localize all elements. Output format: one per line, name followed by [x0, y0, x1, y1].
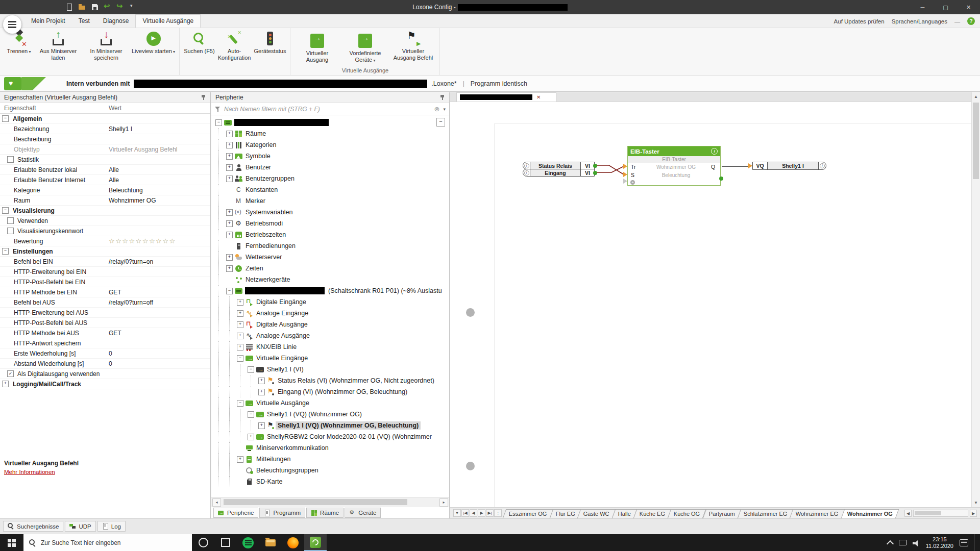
page-tab-küche-og[interactable]: Küche OG — [668, 509, 706, 518]
property-row-raum[interactable]: RaumWohnzimmer OG — [0, 195, 210, 206]
output-connector[interactable] — [593, 171, 597, 175]
tree-item-beleuchtungsgruppen[interactable]: Beleuchtungsgruppen — [211, 465, 449, 476]
firefox-button[interactable] — [282, 534, 304, 551]
property-row-http-methode-bei-aus[interactable]: HTTP Methode bei AUSGET — [0, 328, 210, 338]
expander-icon[interactable]: − — [226, 288, 233, 294]
property-row-erlaubte-benutzer-internet[interactable]: Erlaubte Benutzer InternetAlle — [0, 175, 210, 185]
page-tab-wohnzimmer-og[interactable]: Wohnzimmer OG — [841, 509, 899, 518]
property-value[interactable]: GET — [105, 289, 210, 296]
page-tab-wohnzimmer-eg[interactable]: Wohnzimmer EG — [790, 509, 845, 518]
loxone-config-button[interactable] — [304, 534, 327, 551]
eib-taster-function-block[interactable]: EIB-Taster i EIB-Taster Tr Wohnzimmer OG… — [627, 146, 721, 186]
property-row-http-antwort-speichern[interactable]: HTTP-Antwort speichern — [0, 338, 210, 348]
taskbar-clock[interactable]: 23:15 11.02.2020 — [926, 536, 953, 549]
wire-status-to-s[interactable] — [596, 165, 624, 174]
property-row-logging-mail-call-track[interactable]: +Logging/Mail/Call/Track — [0, 379, 210, 389]
info-icon[interactable] — [819, 162, 826, 169]
scrollbar-thumb[interactable] — [973, 103, 979, 179]
ribbon-button-suchen-f5[interactable]: Suchen (F5) — [182, 29, 216, 75]
filter-input[interactable]: Nach Namen filtern mit (STRG + F) — [224, 106, 431, 113]
property-row-bewertung[interactable]: Bewertung☆☆☆☆☆☆☆☆☆☆ — [0, 236, 210, 246]
property-value[interactable]: GET — [105, 330, 210, 337]
tab-diagnose[interactable]: Diagnose — [96, 15, 136, 28]
expander-icon[interactable]: + — [258, 378, 265, 384]
ribbon-button-vordefinierte-geräte[interactable]: Vordefinierte Geräte ▾ — [341, 29, 389, 66]
main-menu-button[interactable] — [3, 15, 21, 34]
filter-options-icon[interactable]: ▾ — [443, 107, 446, 112]
maximize-button[interactable]: ▢ — [934, 0, 957, 14]
expander-icon[interactable]: + — [2, 381, 9, 387]
page-tab-küche-eg[interactable]: Küche EG — [633, 509, 672, 518]
tree-item-status-relais-vi-wohnzimmer-og-nicht-zugeordnet[interactable]: +Status Relais (VI) (Wohnzimmer OG, Nich… — [211, 375, 449, 386]
output-tab-suchergebnisse[interactable]: Suchergebnisse — [3, 521, 63, 532]
expander-icon[interactable]: − — [248, 366, 254, 373]
spotify-button[interactable] — [237, 534, 259, 551]
property-value[interactable]: ☆☆☆☆☆☆☆☆☆☆ — [105, 237, 210, 245]
tree-item-merker[interactable]: Merker — [211, 195, 449, 207]
ribbon-button-virtueller-ausgang-befehl[interactable]: Virtueller Ausgang Befehl — [389, 29, 437, 66]
tree-item-digitale-ausgänge[interactable]: +Digitale Ausgänge — [211, 319, 449, 330]
expander-icon[interactable]: + — [226, 131, 233, 137]
expander-icon[interactable]: − — [2, 248, 9, 255]
expander-icon[interactable]: − — [2, 115, 9, 122]
tree-item-systemvariablen[interactable]: +Systemvariablen — [211, 207, 449, 218]
page-tab-partyraum[interactable]: Partyraum — [703, 509, 741, 518]
expander-icon[interactable]: + — [226, 153, 233, 160]
program-canvas[interactable]: Status Relais VI Eingang VI EIB-Taster i… — [450, 102, 972, 507]
tree-item-shelly1-i-vq-wohnzimmer-og[interactable]: −Shelly1 I (VQ) (Wohnzimmer OG) — [211, 409, 449, 420]
prev-page-icon[interactable]: ◀ — [470, 509, 477, 517]
expander-icon[interactable]: − — [237, 400, 243, 407]
virtual-output-block-shelly[interactable]: VQ Shelly1 I — [752, 162, 826, 170]
page-tab-flur-eg[interactable]: Flur EG — [549, 509, 581, 518]
property-row-erlaubte-benutzer-lokal[interactable]: Erlaubte Benutzer lokalAlle — [0, 165, 210, 175]
expander-icon[interactable]: + — [226, 176, 233, 182]
expander-icon[interactable]: + — [226, 164, 233, 171]
pin-icon[interactable] — [201, 94, 206, 101]
tree-item-eingang-vi-wohnzimmer-og-beleuchtung[interactable]: +Eingang (VI) (Wohnzimmer OG, Beleuchtun… — [211, 386, 449, 397]
page-tab-gäste-wc[interactable]: Gäste WC — [577, 509, 616, 518]
check-updates-link[interactable]: Auf Updates prüfen — [834, 18, 885, 24]
property-row-abstand-wiederholung-s[interactable]: Abstand Wiederholung [s]0 — [0, 359, 210, 369]
tree-item-mitteilungen[interactable]: +Mitteilungen — [211, 454, 449, 465]
tab-mein-projekt[interactable]: Mein Projekt — [24, 15, 72, 28]
property-row-statistik[interactable]: Statistik — [0, 155, 210, 165]
tabs-scroll-right-icon[interactable]: ▶ — [970, 510, 977, 517]
tree-item-fernbedienungen[interactable]: Fernbedienungen — [211, 240, 449, 252]
property-row-http-methode-bei-ein[interactable]: HTTP Methode bei EINGET — [0, 287, 210, 297]
property-row-befehl-bei-ein[interactable]: Befehl bei EIN/relay/0?turn=on — [0, 257, 210, 267]
checkbox[interactable]: ✓ — [7, 370, 14, 377]
ribbon-button-in-miniserver-speichern[interactable]: In Miniserver speichern — [82, 29, 130, 75]
expander-icon[interactable]: + — [258, 422, 265, 429]
checkbox[interactable] — [7, 228, 14, 234]
property-value[interactable]: 0 — [105, 350, 210, 357]
tree-item-benutzergruppen[interactable]: +Benutzergruppen — [211, 173, 449, 184]
collapse-all-button[interactable]: − — [436, 118, 445, 127]
scroll-up-icon[interactable]: ▲ — [972, 93, 979, 101]
property-row-http-erweiterung-bei-aus[interactable]: HTTP-Erweiterung bei AUS — [0, 308, 210, 318]
tree-item-shelly1-i-vi[interactable]: −Shelly1 I (VI) — [211, 364, 449, 375]
property-row-kategorie[interactable]: KategorieBeleuchtung — [0, 185, 210, 195]
property-value[interactable]: Alle — [105, 166, 210, 173]
tabs-scroll-left-icon[interactable]: ◀ — [904, 510, 912, 517]
property-row-visualisierung[interactable]: −Visualisierung — [0, 206, 210, 216]
minimize-button[interactable]: ─ — [911, 0, 934, 14]
tab-test[interactable]: Test — [72, 15, 96, 28]
input-pin-label[interactable]: S — [628, 172, 641, 178]
checkbox[interactable] — [7, 156, 14, 163]
property-value[interactable]: 0 — [105, 360, 210, 367]
property-row-erste-wiederholung-s[interactable]: Erste Wiederholung [s]0 — [0, 348, 210, 359]
output-pin-label[interactable]: Q — [711, 164, 720, 170]
expander-icon[interactable]: − — [215, 119, 222, 126]
cortana-button[interactable] — [192, 534, 214, 551]
checkbox[interactable] — [7, 217, 14, 224]
expander-icon[interactable]: + — [248, 434, 254, 440]
property-value[interactable]: /relay/0?turn=off — [105, 299, 210, 306]
start-button[interactable] — [0, 534, 23, 551]
page-tab-esszimmer-og[interactable]: Esszimmer OG — [503, 509, 553, 518]
expander-icon[interactable]: − — [2, 207, 9, 214]
action-center-icon[interactable] — [960, 539, 968, 546]
ribbon-button-virtueller-ausgang[interactable]: Virtueller Ausgang — [293, 29, 341, 66]
q-output-connector[interactable] — [719, 177, 723, 181]
expander-icon[interactable]: + — [226, 209, 233, 216]
expander-icon[interactable]: + — [237, 310, 243, 317]
